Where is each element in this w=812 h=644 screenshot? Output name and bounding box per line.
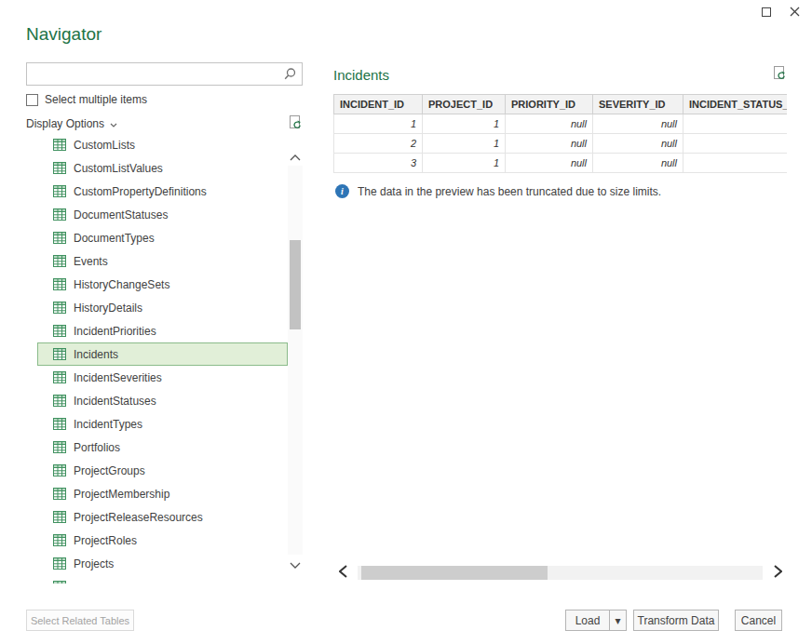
table-list-item-label: ProjectGroups [74,464,145,477]
display-options-dropdown[interactable]: Display Options [26,117,117,130]
table-icon [53,208,66,221]
table-list-item[interactable]: HistoryChangeSets [37,273,288,296]
maximize-icon [762,6,771,20]
preview-cell [683,134,788,154]
load-dropdown-button[interactable]: ▾ [609,610,627,631]
preview-cell: null [506,114,593,134]
preview-cell: null [506,154,593,173]
vertical-scroll-thumb[interactable] [290,240,301,329]
table-list-item[interactable] [37,575,288,584]
table-icon [53,557,66,570]
window-controls [752,2,808,22]
table-icon [53,325,66,337]
preview-cell [683,114,788,134]
table-list-item[interactable]: CustomListValues [37,156,288,180]
table-icon [53,511,66,523]
table-list-item[interactable]: Projects [37,552,288,575]
table-list-item[interactable]: ProjectMembership [37,482,288,505]
table-list-item[interactable]: DocumentStatuses [37,203,288,226]
search-input[interactable] [27,63,277,85]
horizontal-scroll-thumb[interactable] [361,566,548,580]
table-icon [53,534,66,546]
refresh-preview-icon [772,66,787,84]
scroll-up-button[interactable] [288,147,303,166]
transform-data-button[interactable]: Transform Data [633,610,719,631]
search-box [26,62,303,86]
table-list-item[interactable]: IncidentSeverities [37,366,288,389]
table-list-item[interactable]: ProjectRoles [37,529,288,552]
preview-cell: 2 [334,134,423,154]
table-icon [53,255,66,267]
horizontal-scrollbar[interactable] [333,564,787,581]
table-list-item-label: IncidentTypes [74,418,142,431]
select-related-tables-button[interactable]: Select Related Tables [26,610,134,631]
truncation-message: The data in the preview has been truncat… [358,185,661,198]
refresh-icon [288,115,303,133]
table-list-item[interactable]: ProjectGroups [37,459,288,482]
table-list-item[interactable]: ProjectReleaseResources [37,505,288,529]
table-icon [53,162,66,174]
table-list-item[interactable]: IncidentStatuses [37,389,288,412]
cancel-button[interactable]: Cancel [735,610,782,631]
info-icon: i [335,184,349,198]
refresh-preview-button[interactable] [772,66,787,84]
preview-cell: 1 [423,114,506,134]
preview-table-wrap: INCIDENT_IDPROJECT_IDPRIORITY_IDSEVERITY… [333,94,787,173]
table-list: CustomListsCustomListValuesCustomPropert… [26,133,288,584]
table-list-item[interactable]: DocumentTypes [37,226,288,249]
column-header: INCIDENT_ID [334,95,423,114]
refresh-tables-button[interactable] [288,115,303,133]
preview-cell: null [593,134,683,154]
table-list-item-label: IncidentStatuses [74,395,156,408]
column-header: SEVERITY_ID [593,95,683,114]
scroll-down-button[interactable] [288,555,303,573]
table-list-item-label: ProjectReleaseResources [74,511,203,524]
table-list-item-label: DocumentStatuses [74,208,168,221]
chevron-down-icon [290,557,301,571]
table-list-item[interactable]: IncidentPriorities [37,319,288,342]
table-list-item-label: Incidents [74,348,118,361]
chevron-left-icon [339,565,347,581]
select-multiple-row: Select multiple items [26,93,147,106]
table-list-item-label: CustomListValues [74,162,163,175]
preview-cell: 1 [423,134,506,154]
table-list-item-label: ProjectMembership [74,488,169,501]
table-list-item[interactable]: Incidents [37,342,288,366]
table-list-item-label: HistoryChangeSets [74,278,169,291]
vertical-scrollbar[interactable] [288,147,303,573]
preview-cell: 1 [423,154,506,173]
table-list-item[interactable]: CustomLists [37,133,288,156]
horizontal-scroll-track[interactable] [358,566,763,580]
table-list-item[interactable]: HistoryDetails [37,296,288,319]
scroll-right-button[interactable] [768,564,787,581]
column-header: INCIDENT_STATUS_ID [683,95,788,114]
table-list-item[interactable]: CustomPropertyDefinitions [37,180,288,203]
table-list-item-label: IncidentSeverities [74,371,162,384]
preview-cell: 1 [334,114,423,134]
table-icon [53,371,66,383]
table-list-item-label: Portfolios [74,441,120,454]
table-list-item-label: CustomPropertyDefinitions [74,185,207,198]
search-icon[interactable] [277,67,302,81]
close-icon [790,6,800,20]
display-options-row: Display Options [26,115,303,132]
table-list-item[interactable]: Portfolios [37,436,288,459]
scroll-left-button[interactable] [333,564,352,581]
table-list-item[interactable]: IncidentTypes [37,412,288,436]
table-list-item-label: Events [74,255,108,268]
table-list-item[interactable]: Events [37,249,288,273]
table-icon [53,232,66,244]
select-multiple-checkbox[interactable] [26,94,38,106]
vertical-scroll-track[interactable] [288,166,303,555]
table-list-item-label: HistoryDetails [74,302,142,315]
chevron-up-icon [290,150,301,164]
select-multiple-label: Select multiple items [45,93,147,106]
preview-cell: 3 [334,154,423,173]
table-icon [53,278,66,290]
table-icon [53,464,66,476]
close-button[interactable] [780,2,808,22]
table-icon [53,395,66,407]
display-options-label: Display Options [26,117,104,130]
load-button[interactable]: Load [565,610,610,631]
maximize-button[interactable] [752,2,780,22]
